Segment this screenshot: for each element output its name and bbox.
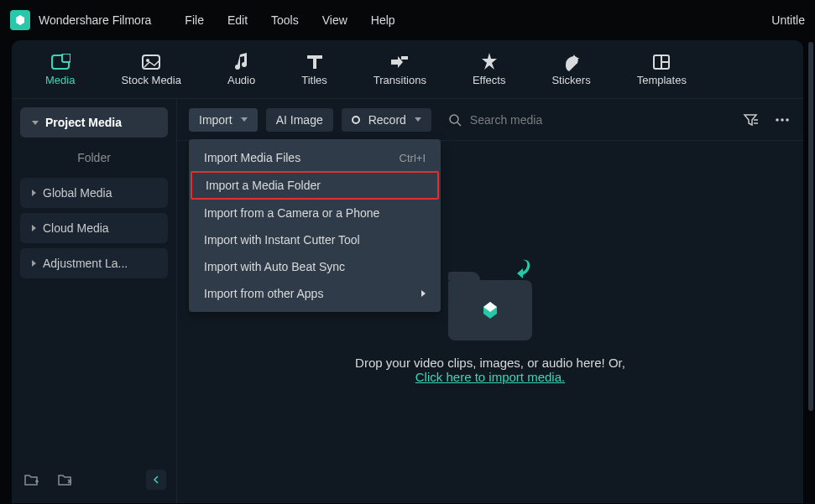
tab-effects[interactable]: Effects xyxy=(473,52,506,86)
svg-point-13 xyxy=(786,118,789,122)
sidebar: Project Media Folder Global Media Cloud … xyxy=(12,99,177,503)
svg-line-8 xyxy=(457,122,461,126)
menu-edit[interactable]: Edit xyxy=(227,13,248,27)
tab-stickers[interactable]: Stickers xyxy=(551,52,590,86)
menu-item-label: Import from other Apps xyxy=(204,287,323,300)
tab-label: Stock Media xyxy=(121,74,181,86)
drop-folder-icon xyxy=(440,260,541,340)
tab-label: Effects xyxy=(473,74,506,86)
menu-import-media-files[interactable]: Import Media Files Ctrl+I xyxy=(189,144,441,171)
tab-label: Audio xyxy=(227,74,255,86)
import-button[interactable]: Import xyxy=(189,108,258,132)
titles-icon xyxy=(305,52,325,72)
add-folder-icon[interactable] xyxy=(22,470,40,489)
record-icon xyxy=(352,116,360,124)
tab-transitions[interactable]: Transitions xyxy=(374,52,426,86)
collapse-sidebar-button[interactable] xyxy=(146,470,166,490)
sidebar-item-label: Adjustment La... xyxy=(43,257,128,270)
chevron-right-icon xyxy=(32,190,36,196)
tab-label: Media xyxy=(45,74,75,86)
sidebar-item-label: Cloud Media xyxy=(43,221,109,235)
effects-icon xyxy=(479,52,499,72)
sidebar-bottom xyxy=(20,465,168,495)
svg-point-12 xyxy=(781,118,784,122)
main-panel: Import AI Image Record xyxy=(177,99,803,503)
record-button[interactable]: Record xyxy=(342,108,431,132)
chevron-down-icon xyxy=(32,121,39,125)
main-content: Media Stock Media Audio Titles Transitio… xyxy=(12,40,803,503)
chevron-down-icon xyxy=(241,117,248,122)
menu-import-instant-cutter[interactable]: Import with Instant Cutter Tool xyxy=(189,226,441,253)
search-icon xyxy=(448,113,462,127)
menu-view[interactable]: View xyxy=(322,13,347,27)
sidebar-project-media[interactable]: Project Media xyxy=(20,107,168,138)
import-link[interactable]: Click here to import media. xyxy=(415,370,565,384)
toolbar-right xyxy=(741,111,791,129)
menubar: File Edit Tools View Help xyxy=(185,13,394,27)
menu-import-auto-beat-sync[interactable]: Import with Auto Beat Sync xyxy=(189,253,441,280)
search-wrap xyxy=(448,113,733,127)
app-name: Wondershare Filmora xyxy=(39,13,151,27)
tab-audio[interactable]: Audio xyxy=(227,52,255,86)
record-label: Record xyxy=(368,113,406,127)
menu-shortcut: Ctrl+I xyxy=(400,152,426,164)
more-options-icon[interactable] xyxy=(773,111,791,129)
sidebar-global-media[interactable]: Global Media xyxy=(20,178,168,208)
tab-templates[interactable]: Templates xyxy=(637,52,687,86)
sidebar-item-label: Project Media xyxy=(45,116,122,129)
sidebar-item-label: Global Media xyxy=(43,186,112,200)
svg-point-7 xyxy=(450,115,458,123)
svg-rect-1 xyxy=(62,54,71,62)
media-icon xyxy=(50,52,71,72)
menu-tools[interactable]: Tools xyxy=(271,13,299,27)
drop-text-label: Drop your video clips, images, or audio … xyxy=(355,356,625,370)
svg-point-11 xyxy=(776,118,779,122)
menu-help[interactable]: Help xyxy=(371,13,395,27)
tab-label: Transitions xyxy=(374,74,426,86)
tab-titles[interactable]: Titles xyxy=(301,52,327,86)
tab-label: Templates xyxy=(637,74,687,86)
templates-icon xyxy=(651,52,671,72)
tabs-bar: Media Stock Media Audio Titles Transitio… xyxy=(12,40,803,99)
filter-icon[interactable] xyxy=(741,111,760,129)
tab-label: Titles xyxy=(301,74,327,86)
sidebar-folder-heading: Folder xyxy=(20,143,168,173)
app-logo-icon xyxy=(10,10,30,30)
menu-item-label: Import with Auto Beat Sync xyxy=(204,260,345,273)
search-input[interactable] xyxy=(470,113,638,127)
menu-item-label: Import with Instant Cutter Tool xyxy=(204,233,360,247)
menu-import-camera-phone[interactable]: Import from a Camera or a Phone xyxy=(189,200,441,226)
menu-item-label: Import from a Camera or a Phone xyxy=(204,206,379,220)
sidebar-adjustment-layers[interactable]: Adjustment La... xyxy=(20,248,168,278)
tab-media[interactable]: Media xyxy=(45,52,75,86)
toolbar: Import AI Image Record xyxy=(177,99,803,141)
menu-import-media-folder[interactable]: Import a Media Folder xyxy=(191,171,439,200)
import-dropdown: Import Media Files Ctrl+I Import a Media… xyxy=(189,139,441,312)
scrollbar[interactable] xyxy=(808,0,813,504)
transitions-icon xyxy=(389,52,410,72)
content-wrap: Project Media Folder Global Media Cloud … xyxy=(12,99,803,503)
menu-import-other-apps[interactable]: Import from other Apps xyxy=(189,280,441,307)
import-label: Import xyxy=(199,113,232,127)
audio-icon xyxy=(232,52,252,72)
drop-text: Drop your video clips, images, or audio … xyxy=(355,356,625,384)
menu-item-label: Import a Media Folder xyxy=(206,179,321,192)
chevron-down-icon xyxy=(415,117,421,122)
submenu-arrow-icon xyxy=(421,290,426,297)
sidebar-cloud-media[interactable]: Cloud Media xyxy=(20,213,168,243)
svg-point-3 xyxy=(146,59,149,62)
remove-folder-icon[interactable] xyxy=(55,470,74,489)
titlebar: Wondershare Filmora File Edit Tools View… xyxy=(0,0,815,40)
stickers-icon xyxy=(562,52,582,72)
ai-image-label: AI Image xyxy=(276,113,323,127)
chevron-right-icon xyxy=(32,260,36,267)
scrollbar-thumb[interactable] xyxy=(808,42,813,411)
chevron-right-icon xyxy=(32,225,36,231)
stock-media-icon xyxy=(141,52,161,72)
ai-image-button[interactable]: AI Image xyxy=(266,108,333,132)
sidebar-item-label: Folder xyxy=(77,151,111,164)
menu-file[interactable]: File xyxy=(185,13,204,27)
menu-item-label: Import Media Files xyxy=(204,151,300,164)
window-title: Untitle xyxy=(771,13,805,27)
tab-stock-media[interactable]: Stock Media xyxy=(121,52,181,86)
